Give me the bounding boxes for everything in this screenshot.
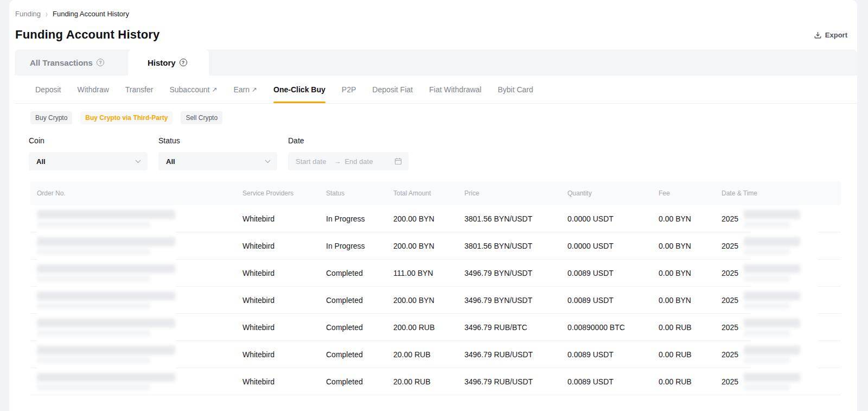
redacted-value xyxy=(37,319,175,336)
fee-cell: 0.00 RUB xyxy=(659,323,722,332)
subtab-label: Fiat Withdrawal xyxy=(429,85,481,94)
column-header-date-time: Date & Time xyxy=(722,189,841,197)
transactions-table: Order No.Service ProvidersStatusTotal Am… xyxy=(30,181,841,395)
export-button[interactable]: Export xyxy=(814,31,847,39)
tab-all-transactions[interactable]: All Transactions xyxy=(15,49,128,75)
subtab-p2p[interactable]: P2P xyxy=(342,75,356,103)
column-header-order-no: Order No. xyxy=(37,189,242,197)
subtab-label: Transfer xyxy=(125,85,154,94)
fee-cell: 0.00 BYN xyxy=(659,269,722,277)
calendar-icon xyxy=(394,157,402,165)
date-filter: Date Start date → End date xyxy=(288,136,409,170)
status-select-value: All xyxy=(166,157,265,166)
breadcrumb-funding[interactable]: Funding xyxy=(15,10,41,18)
tab-history[interactable]: History xyxy=(128,49,209,75)
tab-bar: All TransactionsHistory xyxy=(15,49,857,75)
tab-label: History xyxy=(148,58,176,67)
subtab-label: Earn xyxy=(233,85,250,94)
quantity-cell: 0.0089 USDT xyxy=(567,269,659,277)
price-cell: 3801.56 BYN/USDT xyxy=(464,242,567,250)
redaction-block xyxy=(744,330,790,336)
redacted-value xyxy=(37,264,175,282)
tab-label: All Transactions xyxy=(30,58,93,67)
subtab-transfer[interactable]: Transfer xyxy=(125,75,154,103)
pill-buy-crypto[interactable]: Buy Crypto xyxy=(30,111,72,124)
coin-select[interactable]: All xyxy=(29,152,148,170)
redaction-block xyxy=(744,210,800,219)
redacted-value xyxy=(744,264,800,282)
pill-bar: Buy CryptoBuy Crypto via Third-PartySell… xyxy=(9,104,857,124)
provider-cell: Whitebird xyxy=(242,350,326,359)
redacted-value xyxy=(37,346,175,363)
fee-cell: 0.00 BYN xyxy=(659,214,722,223)
redacted-value xyxy=(37,292,175,309)
column-header-price: Price xyxy=(464,189,567,197)
date-year: 2025 xyxy=(722,323,738,332)
subtab-fiat-withdrawal[interactable]: Fiat Withdrawal xyxy=(429,75,481,103)
subtab-one-click-buy[interactable]: One-Click Buy xyxy=(273,75,326,103)
end-date-placeholder: End date xyxy=(344,157,394,166)
total-amount-cell: 200.00 RUB xyxy=(393,323,464,332)
order-no-cell xyxy=(37,373,242,390)
redaction-block xyxy=(37,276,150,282)
redaction-block xyxy=(744,303,790,309)
help-circle-icon xyxy=(180,59,187,66)
subtab-label: P2P xyxy=(342,85,356,94)
price-cell: 3496.79 RUB/BTC xyxy=(464,323,567,332)
redaction-block xyxy=(37,373,175,382)
subtab-deposit[interactable]: Deposit xyxy=(35,75,61,103)
subtab-subaccount[interactable]: Subaccount↗ xyxy=(169,75,217,103)
date-range-input[interactable]: Start date → End date xyxy=(288,152,409,170)
date-year: 2025 xyxy=(722,214,738,223)
subtab-earn[interactable]: Earn↗ xyxy=(233,75,257,103)
subtab-withdraw[interactable]: Withdraw xyxy=(77,75,108,103)
redaction-block xyxy=(744,222,790,227)
subtab-bybit-card[interactable]: Bybit Card xyxy=(497,75,533,103)
provider-cell: Whitebird xyxy=(242,242,326,250)
date-time-cell: 2025 xyxy=(722,237,841,255)
start-date-placeholder: Start date xyxy=(296,157,326,166)
provider-cell: Whitebird xyxy=(242,269,326,277)
total-amount-cell: 20.00 RUB xyxy=(393,377,464,386)
help-circle-icon xyxy=(97,59,104,66)
redaction-block xyxy=(37,357,150,363)
download-icon xyxy=(814,31,822,39)
redaction-block xyxy=(744,276,790,282)
redacted-value xyxy=(37,210,175,227)
provider-cell: Whitebird xyxy=(242,214,326,223)
date-time-cell: 2025 xyxy=(722,210,841,227)
status-cell: Completed xyxy=(326,323,393,332)
redacted-value xyxy=(744,237,800,255)
status-cell: In Progress xyxy=(326,242,393,250)
table-body: WhitebirdIn Progress200.00 BYN3801.56 BY… xyxy=(30,205,841,395)
status-filter-label: Status xyxy=(158,136,277,145)
date-time-cell: 2025 xyxy=(722,319,841,336)
price-cell: 3496.79 BYN/USDT xyxy=(464,269,567,277)
total-amount-cell: 20.00 RUB xyxy=(393,350,464,359)
order-no-cell xyxy=(37,237,242,255)
redaction-block xyxy=(37,303,150,309)
redaction-block xyxy=(37,249,150,255)
date-year: 2025 xyxy=(722,377,738,386)
redacted-value xyxy=(37,237,175,255)
redaction-block xyxy=(744,237,800,246)
column-header-quantity: Quantity xyxy=(567,189,659,197)
subtab-deposit-fiat[interactable]: Deposit Fiat xyxy=(372,75,413,103)
quantity-cell: 0.0089 USDT xyxy=(567,296,659,305)
status-select[interactable]: All xyxy=(158,152,277,170)
redacted-value xyxy=(744,346,800,363)
provider-cell: Whitebird xyxy=(242,377,326,386)
pill-buy-crypto-via-third-party[interactable]: Buy Crypto via Third-Party xyxy=(80,111,173,124)
redacted-value xyxy=(37,373,175,390)
fee-cell: 0.00 RUB xyxy=(659,377,722,386)
fee-cell: 0.00 RUB xyxy=(659,350,722,359)
total-amount-cell: 200.00 BYN xyxy=(393,242,464,250)
chevron-down-icon xyxy=(265,160,271,163)
pill-sell-crypto[interactable]: Sell Crypto xyxy=(181,111,222,124)
redacted-value xyxy=(744,292,800,309)
price-cell: 3496.79 BYN/USDT xyxy=(464,296,567,305)
status-cell: Completed xyxy=(326,269,393,277)
subtab-label: Deposit Fiat xyxy=(372,85,413,94)
date-year: 2025 xyxy=(722,242,738,250)
redaction-block xyxy=(744,384,790,390)
